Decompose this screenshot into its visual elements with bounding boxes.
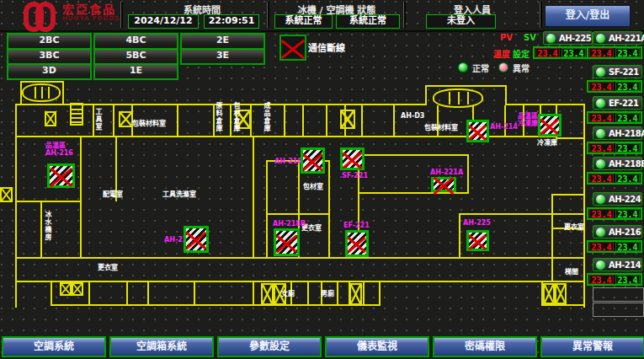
equipment-comm-lost-icon[interactable] (47, 163, 75, 188)
equipment-comm-lost-icon[interactable] (301, 147, 325, 174)
unit-empty-slot (593, 303, 644, 317)
unit-name-label: AH-216 (609, 228, 641, 237)
equipment-comm-lost-icon[interactable] (340, 147, 365, 170)
equipment-label: AH-218B (273, 220, 306, 228)
unit-name-label: AH-218A (609, 129, 644, 138)
wall-segment (425, 85, 427, 105)
floor-button-4bc[interactable]: 4BC (93, 33, 178, 50)
equipment-comm-lost-icon[interactable] (274, 228, 300, 256)
spiral-stair-line (41, 87, 43, 99)
temp-legend-label: 溫度 (493, 47, 510, 60)
unit-name-label: AH-214 (609, 260, 641, 270)
unit-button-ah-221a[interactable]: AH-221A (593, 31, 642, 45)
unit-button-ah-225[interactable]: AH-225 (543, 31, 593, 45)
equipment-comm-lost-icon[interactable] (345, 230, 369, 257)
room-label: 包裝材料室 (424, 124, 458, 131)
equipment-comm-lost-icon[interactable] (538, 114, 562, 137)
floor-button-2e[interactable]: 2E (180, 33, 265, 50)
wall-segment (358, 154, 469, 156)
unit-button-ah-214[interactable]: AH-214 (593, 258, 642, 271)
wall-segment (113, 105, 114, 137)
equipment-comm-lost-icon[interactable] (466, 120, 489, 142)
wall-segment (583, 104, 585, 308)
unit-button-ah-216[interactable]: AH-216 (593, 225, 642, 238)
wall-segment (266, 160, 268, 259)
wall-segment (88, 281, 90, 306)
stair-x-icon (119, 111, 133, 127)
unit-button-ah-218b[interactable]: AH-218B (593, 157, 642, 170)
equipment-comm-lost-icon[interactable] (431, 177, 456, 192)
floor-button-3bc[interactable]: 3BC (7, 48, 92, 65)
wall-segment (459, 213, 583, 215)
unit-sv-value: 23.4 (615, 242, 640, 251)
nav-button-1[interactable]: 空調箱系統 (109, 336, 214, 357)
unit-values-ah-218a: 23.423.4 (587, 142, 642, 154)
wall-segment (253, 136, 254, 259)
unit-sv-value: 23.4 (615, 82, 640, 91)
wall-segment (437, 105, 439, 137)
login-logout-button[interactable]: 登入/登出 (545, 5, 631, 27)
room-label: 冷凍庫 (537, 139, 557, 147)
floor-button-5bc[interactable]: 5BC (93, 48, 178, 65)
unit-button-ah-218a[interactable]: AH-218A (593, 126, 642, 140)
floor-button-3e[interactable]: 3E (180, 48, 265, 65)
wall-segment (504, 105, 506, 137)
stair-x-icon (555, 283, 567, 304)
wall-segment (379, 281, 381, 306)
unit-empty-slot (593, 287, 644, 302)
wall-segment (80, 136, 82, 259)
ladder-rung (72, 121, 82, 123)
nav-button-3[interactable]: 儀表監視 (325, 336, 429, 357)
unit-name-label: EF-221 (609, 99, 638, 108)
room-label: 成品倉庫 (263, 102, 270, 132)
unit-pv-value: 23.4 (589, 242, 614, 251)
nav-button-2[interactable]: 參數設定 (217, 336, 322, 357)
unit-values-ah-218b: 23.423.4 (587, 172, 642, 185)
ahu-status-value: 系統正常 (336, 14, 400, 29)
unit-pv-value: 23.4 (589, 174, 614, 183)
equipment-comm-lost-icon[interactable] (184, 226, 209, 253)
unit-status-led-icon (595, 33, 606, 44)
pv-header-label: PV (500, 33, 513, 42)
unit-values-ah-225: 23.423.4 (533, 46, 588, 59)
unit-name-label: AH-225 (559, 34, 591, 43)
unit-name-label: AH-218B (609, 159, 644, 169)
floor-button-2bc[interactable]: 2BC (7, 33, 92, 50)
spiral-stair-icon (22, 83, 61, 102)
unit-button-sf-221[interactable]: SF-221 (593, 65, 642, 78)
normal-led-icon (458, 62, 468, 72)
unit-sv-value: 23.4 (615, 209, 640, 218)
unit-button-ah-224[interactable]: AH-224 (593, 192, 642, 206)
nav-button-5[interactable]: 異常警報 (540, 336, 644, 357)
unit-pv-value: 23.4 (589, 48, 614, 57)
floor-button-1e[interactable]: 1E (93, 63, 178, 80)
unit-sv-value: 23.4 (615, 143, 640, 153)
wall-segment (307, 281, 309, 306)
stair-x-icon (72, 282, 83, 296)
nav-button-4[interactable]: 密碼權限 (433, 336, 537, 357)
equipment-label: AH-225 (463, 219, 491, 227)
equipment-label: 品溫區 AH-216 (45, 142, 73, 157)
unit-status-led-icon (595, 158, 606, 169)
floor-button-3d[interactable]: 3D (7, 63, 92, 80)
spiral-stair-line (35, 87, 36, 99)
room-label: 冰水機房 (44, 211, 51, 241)
stair-x-icon (349, 283, 362, 305)
unit-status-led-icon (546, 33, 556, 44)
equipment-comm-lost-icon[interactable] (466, 230, 489, 251)
equipment-label: 品溫區 冷凍庫 (518, 112, 538, 127)
unit-pv-value: 23.4 (589, 143, 614, 153)
wall-segment (507, 104, 585, 105)
normal-legend: 正常 (458, 59, 489, 75)
unit-status-led-icon (595, 194, 606, 205)
hmi-screen: 宏亞食品 HUNYA FOODS 系統時間 2024/12/12 22:09:5… (0, 0, 644, 359)
chiller-status-value: 系統正常 (274, 14, 333, 29)
unit-sv-value: 23.4 (615, 48, 640, 57)
nav-button-0[interactable]: 空調系統 (2, 336, 106, 357)
equipment-label: EF-221 (343, 222, 370, 229)
wall-segment (326, 105, 327, 137)
unit-button-ef-221[interactable]: EF-221 (593, 96, 642, 110)
wall-segment (62, 81, 64, 105)
sv-header-label: SV (524, 33, 536, 42)
room-label: 工具室 (94, 108, 102, 131)
